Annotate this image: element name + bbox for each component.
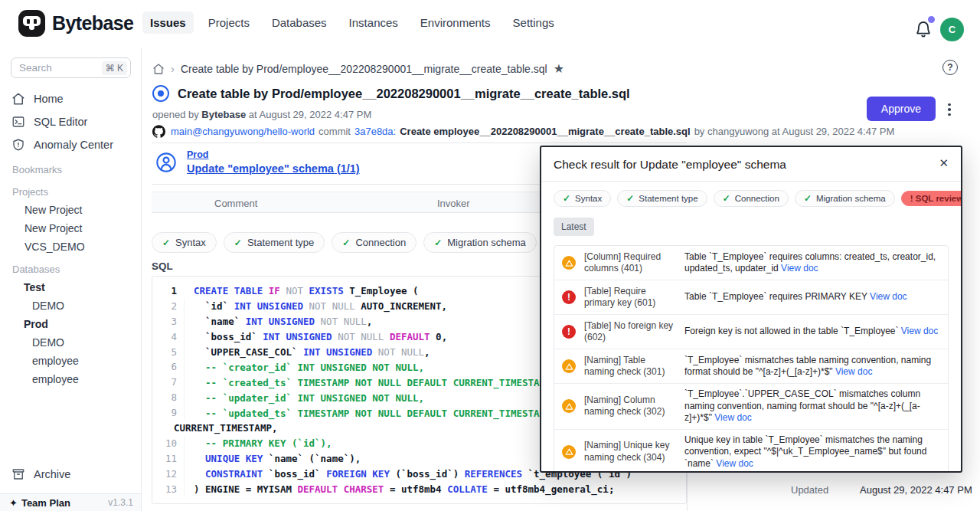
search-input[interactable] bbox=[11, 62, 102, 74]
search-box[interactable]: ⌘ K bbox=[11, 57, 131, 78]
line-number: 13 bbox=[152, 482, 185, 497]
sidebar-item-employee[interactable]: employee bbox=[0, 352, 141, 370]
sidebar-item-label: Home bbox=[34, 93, 64, 105]
sidebar-item-home[interactable]: Home bbox=[0, 87, 141, 110]
check-label: Migration schema bbox=[816, 194, 886, 203]
close-icon[interactable]: ✕ bbox=[939, 156, 949, 170]
check-label: Connection bbox=[735, 194, 779, 203]
latest-button[interactable]: Latest bbox=[554, 218, 594, 236]
more-actions-icon[interactable] bbox=[944, 100, 955, 120]
help-button[interactable]: ? bbox=[942, 60, 958, 75]
line-number: 8 bbox=[152, 390, 185, 405]
issue-open-icon bbox=[152, 85, 169, 102]
view-doc-link[interactable]: View doc bbox=[781, 263, 818, 274]
check-pass-badge[interactable]: ✓Syntax bbox=[152, 232, 217, 253]
column-header-invoker: Invoker bbox=[437, 198, 470, 209]
notifications-button[interactable] bbox=[914, 20, 933, 38]
approve-button[interactable]: Approve bbox=[867, 97, 936, 121]
column-header-comment: Comment bbox=[214, 198, 257, 209]
sidebar-section-databases: Databases bbox=[0, 256, 141, 278]
line-number: 3 bbox=[152, 314, 185, 329]
view-doc-link[interactable]: View doc bbox=[870, 291, 906, 302]
field-value: August 29, 2022 4:47 PM bbox=[860, 484, 972, 496]
check-label: Migration schema bbox=[447, 237, 526, 248]
view-doc-link[interactable]: View doc bbox=[714, 412, 751, 423]
divider bbox=[541, 181, 961, 182]
issue-title: Create table by Prod/employee__202208290… bbox=[178, 87, 630, 101]
commit-line: main@changyuwong/hello-world commit 3a7e… bbox=[152, 125, 894, 138]
side-panel-field: UpdatedAugust 29, 2022 4:47 PM bbox=[791, 484, 975, 496]
view-doc-link[interactable]: View doc bbox=[716, 458, 753, 469]
sidebar-item-new-project[interactable]: New Project bbox=[0, 219, 141, 237]
check-fail-badge[interactable]: ! SQL review bbox=[901, 191, 962, 206]
sidebar: ⌘ K HomeSQL EditorAnomaly Center Bookmar… bbox=[0, 47, 142, 511]
sql-line: 13) ENGINE = MYISAM DEFAULT CHARSET = ut… bbox=[152, 482, 686, 497]
commit-byline: by changyuwong at August 29, 2022 4:47 P… bbox=[694, 126, 895, 137]
sidebar-item-test[interactable]: Test bbox=[0, 278, 141, 296]
warning-icon bbox=[562, 256, 576, 270]
plan-bar[interactable]: ✦ Team Plan v1.3.1 bbox=[0, 493, 141, 511]
sidebar-item-sql-editor[interactable]: SQL Editor bbox=[0, 110, 141, 133]
commit-hash-link[interactable]: 3a7e8da: bbox=[354, 126, 396, 137]
issue-opened-line: opened by Bytebase at August 29, 2022 4:… bbox=[152, 109, 371, 120]
view-doc-link[interactable]: View doc bbox=[835, 366, 872, 377]
check-pass-badge[interactable]: ✓Syntax bbox=[554, 190, 611, 207]
warning-icon bbox=[562, 399, 576, 413]
check-pass-badge[interactable]: ✓Statement type bbox=[224, 232, 325, 253]
nav-item-issues[interactable]: Issues bbox=[142, 11, 194, 34]
sidebar-item-vcs-demo[interactable]: VCS_DEMO bbox=[0, 237, 141, 256]
code-text: `UPPER_CASE_COL` INT UNSIGNED NOT NULL, bbox=[185, 346, 430, 358]
nav-item-environments[interactable]: Environments bbox=[413, 11, 498, 34]
star-icon[interactable]: ★ bbox=[554, 61, 564, 76]
anomaly-center-icon bbox=[11, 138, 25, 152]
stage-environment-link[interactable]: Prod bbox=[187, 149, 360, 160]
sidebar-item-demo[interactable]: DEMO bbox=[0, 296, 141, 315]
nav-item-projects[interactable]: Projects bbox=[201, 11, 257, 34]
rule-name: [Table] Require primary key (601) bbox=[584, 286, 676, 310]
line-number: 4 bbox=[152, 329, 185, 345]
code-text: UNIQUE KEY `name` (`name`), bbox=[185, 453, 361, 464]
sidebar-item-label: SQL Editor bbox=[34, 116, 87, 128]
home-icon[interactable] bbox=[152, 63, 165, 75]
sql-editor-icon bbox=[11, 115, 25, 129]
issue-header: Create table by Prod/employee__202208290… bbox=[152, 85, 630, 102]
rule-name: [Column] Required columns (401) bbox=[584, 251, 676, 275]
sidebar-item-anomaly-center[interactable]: Anomaly Center bbox=[0, 133, 141, 156]
stage-task-link[interactable]: Update "employee" schema (1/1) bbox=[187, 162, 360, 175]
rule-description: Table `T_Employee` requires columns: cre… bbox=[684, 251, 940, 275]
check-pass-badge[interactable]: ✓Connection bbox=[332, 232, 416, 253]
nav-item-settings[interactable]: Settings bbox=[505, 11, 562, 34]
sidebar-item-prod[interactable]: Prod bbox=[0, 315, 141, 333]
rule-description: `T_Employee`.`UPPER_CASE_COL` mismatches… bbox=[684, 388, 940, 424]
check-pass-badge[interactable]: ✓Statement type bbox=[617, 190, 707, 207]
check-icon: ✓ bbox=[626, 193, 634, 204]
sidebar-nav: HomeSQL EditorAnomaly Center bbox=[0, 87, 141, 156]
main-nav: IssuesProjectsDatabasesInstancesEnvironm… bbox=[142, 11, 562, 34]
notification-dot bbox=[928, 16, 935, 23]
check-pass-badge[interactable]: ✓Migration schema bbox=[795, 190, 895, 207]
brand-name: Bytebase bbox=[52, 12, 133, 34]
sidebar-item-label: Anomaly Center bbox=[34, 139, 113, 151]
line-number: 9 bbox=[152, 405, 185, 421]
check-result-list: [Column] Required columns (401)Table `T_… bbox=[554, 245, 949, 473]
check-pass-badge[interactable]: ✓Migration schema bbox=[423, 232, 537, 253]
error-icon: ! bbox=[562, 325, 576, 339]
rule-description: Foreign key is not allowed in the table … bbox=[684, 326, 940, 338]
check-label: Statement type bbox=[247, 237, 314, 248]
nav-item-databases[interactable]: Databases bbox=[264, 11, 335, 34]
view-doc-link[interactable]: View doc bbox=[901, 326, 938, 336]
commit-branch-link[interactable]: main@changyuwong/hello-world bbox=[171, 126, 315, 137]
code-text: -- PRIMARY KEY (`id`), bbox=[185, 437, 332, 449]
brand[interactable]: Bytebase bbox=[18, 10, 133, 37]
nav-item-instances[interactable]: Instances bbox=[341, 11, 406, 34]
field-label: Updated bbox=[791, 484, 860, 496]
sidebar-item-employee[interactable]: employee bbox=[0, 370, 141, 388]
sidebar-item-demo[interactable]: DEMO bbox=[0, 333, 141, 352]
issue-author: Bytebase bbox=[201, 109, 246, 120]
sidebar-item-archive[interactable]: Archive bbox=[0, 463, 141, 486]
check-pass-badge[interactable]: ✓Connection bbox=[714, 190, 789, 207]
code-text: -- `updater_id` INT UNSIGNED NOT NULL, bbox=[185, 392, 424, 404]
avatar[interactable]: C bbox=[940, 18, 964, 41]
check-icon: ✓ bbox=[563, 193, 570, 204]
sidebar-item-new-project[interactable]: New Project bbox=[0, 201, 141, 219]
